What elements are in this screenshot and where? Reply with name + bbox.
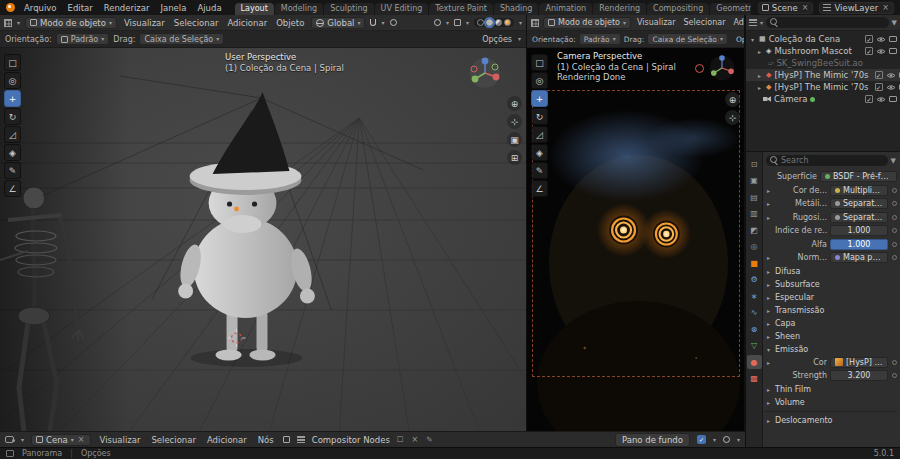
- collapse-icon[interactable]: ▸: [765, 359, 772, 366]
- item-label[interactable]: Mushroom Mascot: [774, 46, 851, 56]
- collapse-icon[interactable]: ▸: [765, 214, 772, 221]
- panel-thin-film[interactable]: ▸ Thin Film: [765, 383, 897, 396]
- viewport-3d-canvas[interactable]: User Perspective (1) Coleção da Cena | S…: [0, 48, 526, 431]
- shading-caret-icon[interactable]: ▾: [519, 20, 522, 26]
- collapse-icon[interactable]: ▸: [756, 84, 763, 91]
- normal-input[interactable]: Mapa para nor...: [830, 252, 888, 263]
- tool-cursor[interactable]: ◎: [531, 72, 548, 89]
- tab-world[interactable]: ◎: [747, 240, 762, 254]
- snap-node-caret-icon[interactable]: ▾: [737, 437, 740, 443]
- editor-type-icon[interactable]: [4, 19, 12, 27]
- pan-hand-icon[interactable]: ⊹: [725, 110, 740, 125]
- tab-view-layer[interactable]: ▥: [747, 207, 762, 221]
- menu-selecionar[interactable]: Selecionar: [149, 435, 198, 445]
- properties-search-input[interactable]: [781, 156, 884, 165]
- menu-editar[interactable]: Editar: [66, 3, 95, 13]
- editor-type-icon[interactable]: [531, 19, 539, 27]
- camera-dof-gizmo[interactable]: [695, 64, 704, 73]
- navigation-gizmo[interactable]: [468, 56, 502, 92]
- panel-displacement[interactable]: ▸ Deslocamento: [765, 414, 897, 427]
- tab-layout[interactable]: Layout: [235, 3, 274, 16]
- hide-eye-icon[interactable]: [876, 48, 886, 55]
- properties-search[interactable]: [766, 155, 888, 166]
- menu-adicionar[interactable]: Adicionar: [205, 435, 249, 445]
- outliner-row-action[interactable]: ▱ SK_SwingBeeSuit.ao: [746, 57, 900, 69]
- emission-color-input[interactable]: [HysP] The 70'...: [830, 357, 888, 368]
- hide-eye-icon[interactable]: [886, 72, 896, 79]
- use-nodes-checkbox[interactable]: ☐: [397, 435, 404, 444]
- ortho-toggle-icon[interactable]: ⊞: [507, 150, 522, 165]
- collapse-icon[interactable]: ▸: [765, 187, 772, 194]
- tab-object[interactable]: ■: [747, 256, 762, 270]
- snap-caret-icon[interactable]: ▾: [381, 20, 384, 26]
- panel-emission[interactable]: ▾ Emissão: [765, 343, 897, 356]
- decorator-icon[interactable]: [892, 242, 897, 247]
- tool-rotate[interactable]: ↻: [4, 108, 21, 125]
- metallic-input[interactable]: Separate Color: [830, 198, 888, 209]
- item-label[interactable]: [HysP] The Mimic '70s: [774, 82, 868, 92]
- panel-volume[interactable]: ▸ Volume: [765, 396, 897, 409]
- viewlayer-remove-button[interactable]: ×: [881, 3, 890, 12]
- tab-modeling[interactable]: Modeling: [275, 3, 323, 16]
- blender-logo-icon[interactable]: [6, 3, 15, 12]
- menu-renderizar[interactable]: Renderizar: [102, 3, 152, 13]
- outliner-row-camera[interactable]: Câmera ✓: [746, 93, 900, 105]
- menu-visualizar[interactable]: Visualizar: [98, 435, 143, 445]
- mode-dropdown[interactable]: Modo de objeto ▾: [25, 17, 117, 29]
- node-editor-icon[interactable]: [5, 436, 14, 443]
- menu-visualizar[interactable]: Visualizar: [122, 18, 167, 28]
- item-label[interactable]: SK_SwingBeeSuit.ao: [776, 58, 863, 68]
- panel-sheen[interactable]: ▸ Sheen: [765, 330, 897, 343]
- drag-mode-dropdown[interactable]: Caixa de Seleção ▾: [647, 33, 728, 45]
- panel-subsurface[interactable]: ▸ Subsurface: [765, 278, 897, 291]
- selectable-checkbox[interactable]: ✓: [875, 83, 883, 91]
- outliner-row-mimic-1[interactable]: ▸ ◆ [HysP] The Mimic '70s ✓: [746, 69, 900, 81]
- layers-icon[interactable]: [297, 436, 305, 443]
- tool-measure[interactable]: ∠: [4, 180, 21, 197]
- image-icon[interactable]: [283, 436, 290, 443]
- selectable-checkbox[interactable]: ✓: [875, 71, 883, 79]
- tool-rotate[interactable]: ↻: [531, 108, 548, 125]
- options-menu[interactable]: Opções: [734, 35, 744, 44]
- panel-diffuse[interactable]: ▸ Difusa: [765, 265, 897, 278]
- collapse-icon[interactable]: ▸: [756, 72, 763, 79]
- snap-magnet-icon[interactable]: [370, 19, 376, 26]
- tool-scale[interactable]: ◿: [4, 126, 21, 143]
- editor-caret-icon[interactable]: ▾: [21, 437, 24, 443]
- tab-output[interactable]: ▤: [747, 190, 762, 204]
- collapse-icon[interactable]: ▸: [765, 200, 772, 207]
- tool-select-box[interactable]: □: [531, 54, 548, 71]
- snap-node-icon[interactable]: [723, 436, 730, 443]
- menu-nos[interactable]: Nós: [256, 435, 276, 445]
- item-label[interactable]: Coleção da Cena: [769, 34, 841, 44]
- exclude-checkbox[interactable]: ✓: [865, 35, 873, 43]
- orientation-preset-dropdown[interactable]: Padrão ▾: [56, 33, 110, 45]
- tab-sculpting[interactable]: Sculpting: [324, 3, 373, 16]
- gizmos-toggle-icon[interactable]: [434, 19, 441, 26]
- outliner-search-input[interactable]: [781, 18, 885, 27]
- menu-visualizar[interactable]: Visualizar: [635, 18, 678, 27]
- options-menu[interactable]: Opções: [480, 35, 514, 44]
- scene-selector[interactable]: Scene ×: [758, 2, 814, 14]
- collapse-icon[interactable]: ▸: [765, 254, 772, 261]
- shading-wireframe-icon[interactable]: [477, 19, 484, 26]
- menu-adicionar[interactable]: Adicionar: [225, 18, 269, 28]
- tool-move[interactable]: +: [531, 90, 548, 107]
- zoom-icon[interactable]: ⊕: [507, 96, 522, 111]
- menu-adicionar[interactable]: Adicionar: [731, 18, 744, 27]
- tab-shading[interactable]: Shading: [494, 3, 539, 16]
- tool-annotate[interactable]: ✎: [4, 162, 21, 179]
- panel-specular[interactable]: ▸ Especular: [765, 291, 897, 304]
- auto-render-checkbox[interactable]: ✓: [697, 435, 706, 444]
- tab-uv-editing[interactable]: UV Editing: [375, 3, 429, 16]
- menu-ajuda[interactable]: Ajuda: [195, 3, 223, 13]
- panel-coat[interactable]: ▸ Capa: [765, 317, 897, 330]
- menu-selecionar[interactable]: Selecionar: [682, 18, 728, 27]
- tab-scene[interactable]: ◩: [747, 223, 762, 237]
- tab-constraints[interactable]: ⊗: [747, 322, 762, 336]
- decorator-icon[interactable]: [892, 201, 897, 206]
- zoom-icon[interactable]: ⊕: [725, 92, 740, 107]
- clear-nodes-button[interactable]: ×: [411, 435, 420, 444]
- pan-hand-icon[interactable]: ⊹: [507, 114, 522, 129]
- tab-compositing[interactable]: Compositing: [647, 3, 709, 16]
